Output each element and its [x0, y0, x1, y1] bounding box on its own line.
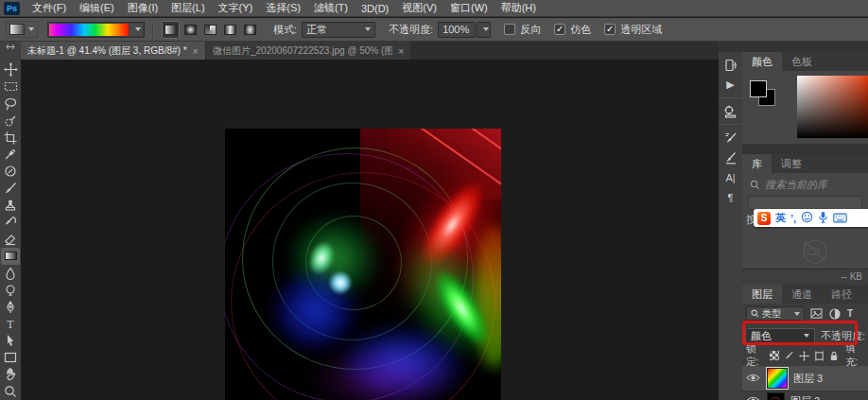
menu-select[interactable]: 选择(S) — [259, 1, 307, 15]
actions-panel-button[interactable]: ▶ — [720, 75, 740, 95]
menu-filter[interactable]: 滤镜(T) — [307, 1, 355, 15]
lock-transparency-button[interactable] — [770, 350, 779, 361]
visibility-eye-icon[interactable] — [746, 395, 761, 400]
foreground-background-swatches — [750, 80, 778, 109]
panel-column: 颜色 色板 库 调整 — [742, 52, 868, 400]
tab-channels[interactable]: 通道 — [782, 285, 822, 304]
quick-selection-tool[interactable] — [1, 113, 20, 130]
adjustment-layer-filter-icon[interactable] — [829, 308, 841, 320]
opacity-slider-button[interactable] — [477, 22, 491, 38]
lock-pixels-button[interactable] — [784, 350, 794, 361]
reverse-checkbox[interactable] — [504, 24, 515, 35]
blend-mode-select[interactable]: 正常 — [302, 22, 375, 38]
menu-help[interactable]: 帮助(H) — [495, 1, 543, 15]
radial-gradient-button[interactable] — [182, 21, 200, 39]
mode-label: 模式: — [273, 23, 297, 37]
history-panel-button[interactable] — [720, 55, 740, 75]
dodge-tool[interactable] — [1, 282, 20, 299]
close-icon[interactable]: × — [398, 45, 404, 57]
color-saturation-picker[interactable] — [797, 76, 868, 138]
move-tool[interactable] — [1, 61, 20, 78]
clone-stamp-tool[interactable] — [1, 197, 20, 214]
pixel-layer-filter-icon[interactable] — [810, 308, 823, 319]
ime-language-toggle[interactable]: 英 — [775, 211, 786, 225]
brush-panel-button[interactable] — [720, 148, 740, 167]
reflected-gradient-button[interactable] — [221, 21, 239, 39]
visibility-eye-icon[interactable] — [746, 373, 761, 384]
gradient-tool[interactable] — [1, 248, 20, 265]
menu-edit[interactable]: 编辑(E) — [73, 1, 121, 15]
layer-blend-mode-select[interactable]: 颜色 — [745, 328, 815, 343]
sogou-ime-toolbar[interactable]: S 英 ’, — [754, 209, 868, 227]
brush-tool[interactable] — [1, 180, 20, 197]
library-search-field[interactable]: 搜索当前的库 — [750, 178, 827, 192]
transparency-checkbox[interactable]: ✓ — [604, 24, 616, 35]
foreground-color-swatch[interactable] — [750, 80, 767, 97]
clone-source-panel-button[interactable] — [720, 101, 740, 121]
character-panel-button[interactable]: A| — [720, 167, 740, 187]
menu-view[interactable]: 视图(V) — [395, 1, 443, 15]
document-canvas[interactable] — [225, 129, 501, 400]
pen-tool[interactable] — [1, 299, 20, 316]
ime-emoji-button[interactable] — [801, 210, 813, 227]
history-brush-tool[interactable] — [1, 214, 20, 231]
tool-preset-picker[interactable] — [6, 21, 38, 38]
dither-checkbox[interactable]: ✓ — [554, 24, 565, 35]
opacity-input[interactable]: 100% — [438, 22, 476, 38]
path-selection-tool[interactable] — [1, 333, 20, 350]
gradient-editor-button[interactable] — [47, 22, 145, 38]
layer-row-2[interactable]: 图层 2 — [742, 391, 868, 400]
brush-settings-panel-button[interactable] — [720, 128, 740, 148]
eraser-tool[interactable] — [1, 231, 20, 248]
tab-paths[interactable]: 路径 — [822, 285, 861, 304]
blur-tool[interactable] — [1, 265, 20, 282]
hand-tool[interactable] — [1, 366, 20, 383]
menu-type[interactable]: 文字(Y) — [212, 1, 260, 15]
layer-row-3[interactable]: 图层 3 — [742, 366, 868, 391]
menu-image[interactable]: 图像(I) — [121, 1, 165, 15]
tab-adjustments[interactable]: 调整 — [772, 154, 811, 173]
layer-thumbnail-rainbow[interactable] — [767, 368, 788, 389]
zoom-tool[interactable] — [1, 383, 20, 400]
layer-name[interactable]: 图层 3 — [793, 372, 823, 386]
photoshop-logo[interactable]: Ps — [4, 2, 20, 15]
lock-position-button[interactable] — [799, 350, 809, 361]
layers-panel-tabs: 图层 通道 路径 — [742, 285, 868, 304]
crop-tool[interactable] — [1, 130, 20, 147]
menu-file[interactable]: 文件(F) — [26, 1, 73, 15]
tab-swatches[interactable]: 色板 — [782, 52, 822, 71]
paragraph-panel-button[interactable]: ¶ — [720, 187, 740, 207]
canvas-workspace[interactable] — [21, 60, 719, 400]
ime-voice-button[interactable] — [818, 210, 828, 227]
type-tool[interactable]: T — [1, 316, 20, 333]
lock-all-button[interactable] — [829, 350, 839, 361]
layer-thumbnail-dark[interactable] — [767, 392, 785, 400]
linear-gradient-button[interactable] — [162, 21, 180, 39]
ime-punctuation-toggle[interactable]: ’, — [790, 213, 796, 224]
tab-color[interactable]: 颜色 — [742, 52, 782, 71]
rectangle-shape-tool[interactable] — [1, 349, 20, 366]
spot-healing-brush-tool[interactable] — [1, 163, 20, 180]
layer-name[interactable]: 图层 2 — [790, 394, 820, 400]
toolbar-collapse-area[interactable] — [0, 42, 21, 60]
lasso-tool[interactable] — [1, 96, 20, 113]
menu-window[interactable]: 窗口(W) — [443, 1, 495, 15]
library-list-box[interactable] — [748, 196, 862, 210]
eyedropper-tool[interactable] — [1, 147, 20, 164]
document-tab-untitled[interactable]: 未标题-1 @ 41.4% (图层 3, RGB/8#) * × — [21, 42, 205, 60]
ime-keyboard-button[interactable] — [833, 210, 847, 227]
rectangular-marquee-tool[interactable] — [1, 78, 20, 96]
diamond-gradient-button[interactable] — [241, 21, 259, 39]
document-tab-wechat-image[interactable]: 微信图片_20200607222523.jpg @ 50% (图层 0, RGB… — [205, 42, 410, 60]
layer-filter-type-select[interactable]: 类型 — [746, 306, 805, 321]
gradient-picker-chevron[interactable] — [130, 24, 143, 36]
close-icon[interactable]: × — [193, 45, 199, 57]
tab-layers[interactable]: 图层 — [742, 285, 782, 304]
menu-3d[interactable]: 3D(D) — [355, 3, 395, 14]
angle-gradient-button[interactable] — [201, 21, 219, 39]
sogou-logo-icon[interactable]: S — [757, 212, 771, 225]
lock-artboard-button[interactable] — [814, 350, 825, 361]
type-layer-filter-icon[interactable]: T — [847, 308, 853, 319]
menu-layer[interactable]: 图层(L) — [165, 1, 211, 15]
tab-libraries[interactable]: 库 — [742, 154, 772, 173]
